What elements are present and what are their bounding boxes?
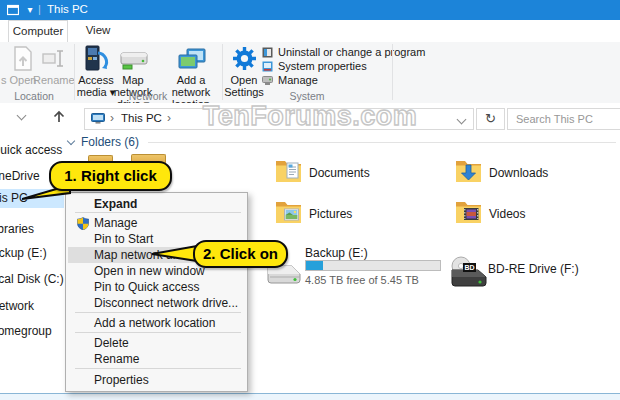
callout-click-on: 2. Click on	[193, 240, 288, 268]
menu-separator	[75, 312, 241, 313]
menu-item-rename[interactable]: Rename	[68, 351, 245, 367]
rename-button[interactable]: Rename	[36, 44, 70, 88]
folders-group-header[interactable]: Folders (6)	[68, 135, 139, 149]
titlebar: ▾ | This PC	[0, 0, 620, 20]
group-header-rule	[148, 142, 616, 143]
menu-item-disconnect-network-drive[interactable]: Disconnect network drive...	[68, 295, 245, 311]
videos-folder-icon	[455, 200, 482, 224]
quick-access-toolbar-icon[interactable]: ▾	[24, 3, 36, 17]
breadcrumb-separator[interactable]: ›	[167, 111, 171, 125]
menu-separator	[75, 332, 241, 333]
svg-text:BD: BD	[464, 264, 474, 271]
search-box	[507, 108, 620, 130]
explorer-window-icon	[7, 4, 19, 16]
callout-right-click: 1. Right click	[49, 161, 172, 191]
system-properties-button[interactable]: System properties	[262, 60, 367, 72]
uac-shield-icon	[77, 217, 89, 230]
group-label-network: Network	[74, 90, 222, 102]
add-network-location-button[interactable]: Add a network location	[160, 44, 222, 88]
open-settings-button[interactable]: Open Settings	[222, 44, 266, 88]
ribbon-tab-row: Computer View	[0, 20, 620, 42]
clipped-button-label-fragment: s	[1, 74, 7, 86]
group-label-location: Location	[0, 90, 68, 102]
callout-2-tail	[152, 244, 198, 264]
status-bar-edge	[0, 393, 620, 400]
context-menu: Expand Manage Pin to Start Map network d…	[65, 192, 248, 392]
collapse-chevron-icon	[67, 137, 75, 145]
search-input[interactable]	[514, 110, 618, 128]
up-one-level-button[interactable]	[50, 107, 68, 125]
menu-item-pin-to-quick-access[interactable]: Pin to Quick access	[68, 279, 245, 295]
map-network-drive-button[interactable]: Map network drive ▾	[104, 44, 162, 88]
manage-icon	[262, 75, 273, 86]
settings-gear-icon	[231, 45, 258, 72]
tab-view[interactable]: View	[78, 20, 118, 41]
drive-usage-fill	[306, 261, 323, 270]
uninstall-icon	[262, 47, 273, 58]
network-drive-icon	[120, 50, 148, 70]
breadcrumb-bar[interactable]: › This PC ›	[84, 108, 474, 130]
menu-separator	[75, 212, 241, 213]
downloads-folder-icon	[455, 159, 482, 183]
menu-item-expand[interactable]: Expand	[68, 196, 245, 212]
drive-usage-bar	[305, 260, 441, 271]
open-icon	[12, 46, 34, 72]
group-label-system: System	[222, 90, 392, 102]
menu-item-manage[interactable]: Manage	[68, 215, 245, 231]
address-bar: › This PC › ↻	[0, 103, 620, 133]
sidebar-item-network[interactable]: Network	[0, 297, 34, 316]
optical-drive-icon: BD	[446, 256, 488, 290]
ribbon: s Open Rename Location	[0, 42, 620, 104]
titlebar-separator: |	[38, 3, 41, 15]
menu-item-delete[interactable]: Delete	[68, 335, 245, 351]
rename-icon	[42, 50, 66, 68]
address-dropdown-chevron-icon[interactable]	[457, 115, 467, 125]
menu-item-add-network-location[interactable]: Add a network location	[68, 315, 245, 331]
uninstall-program-button[interactable]: Uninstall or change a program	[262, 46, 425, 58]
pictures-folder-icon	[275, 200, 302, 224]
computer-icon	[91, 113, 105, 125]
file-explorer-window: ▾ | This PC Computer View s Open Rename …	[0, 0, 620, 400]
ribbon-group-separator	[392, 44, 393, 100]
breadcrumb-this-pc[interactable]: This PC	[121, 112, 162, 124]
menu-item-properties[interactable]: Properties	[68, 372, 245, 388]
menu-separator	[75, 368, 241, 369]
sidebar-item-backup-e[interactable]: Backup (E:)	[0, 244, 47, 263]
refresh-button[interactable]: ↻	[476, 108, 505, 130]
manage-button[interactable]: Manage	[262, 74, 318, 86]
sidebar-item-local-disk-c[interactable]: Local Disk (C:)	[0, 270, 64, 289]
sidebar-item-libraries[interactable]: Libraries	[0, 220, 34, 239]
recent-locations-chevron-icon[interactable]	[17, 111, 27, 121]
system-properties-icon	[262, 61, 273, 72]
tab-computer[interactable]: Computer	[8, 20, 68, 42]
documents-folder-icon	[275, 159, 302, 183]
sidebar-item-homegroup[interactable]: Homegroup	[0, 322, 52, 341]
sidebar-item-quick-access[interactable]: Quick access	[0, 141, 62, 160]
breadcrumb-separator: ›	[110, 111, 114, 125]
network-monitors-icon	[178, 48, 206, 72]
window-title: This PC	[47, 3, 88, 15]
